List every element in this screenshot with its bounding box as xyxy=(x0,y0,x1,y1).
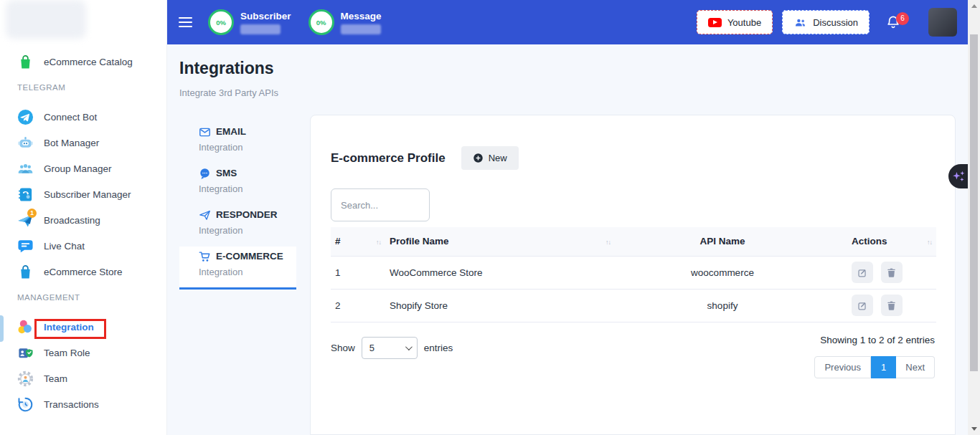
col-header-profile-name: Profile Name↑↓ xyxy=(385,227,615,256)
sort-icon[interactable]: ↑↓ xyxy=(606,239,611,246)
tab-sms-integration[interactable]: SMS Integration xyxy=(179,163,296,199)
chat-bubble-icon xyxy=(17,238,34,254)
edit-icon xyxy=(857,267,868,278)
scrollbar[interactable] xyxy=(968,0,980,435)
sidebar-item-bot-manager[interactable]: Bot Manager xyxy=(0,130,166,156)
hamburger-menu-icon[interactable] xyxy=(179,17,192,27)
tab-responder-integration[interactable]: RESPONDER Integration xyxy=(179,205,296,241)
sidebar-section-management: MANAGEMENT xyxy=(0,285,166,310)
avatar[interactable] xyxy=(928,8,957,37)
scrollbar-thumb[interactable] xyxy=(970,34,978,371)
subscriber-stat-label: Subscriber xyxy=(240,11,291,21)
sidebar-item-label: Connect Bot xyxy=(44,112,97,123)
sidebar-item-ecommerce-catalog[interactable]: eCommerce Catalog xyxy=(0,49,166,75)
sidebar-item-integration[interactable]: Integration xyxy=(0,314,166,340)
scroll-down-arrow-icon[interactable] xyxy=(971,427,977,431)
search-input[interactable] xyxy=(331,188,430,221)
sidebar: eCommerce Catalog TELEGRAM Connect Bot B… xyxy=(0,0,167,435)
message-progress-ring: 0% xyxy=(308,9,334,35)
entries-summary: Showing 1 to 2 of 2 entries xyxy=(820,335,935,345)
sidebar-item-live-chat[interactable]: Live Chat xyxy=(0,233,166,259)
sidebar-item-label: Broadcasting xyxy=(44,215,100,226)
sidebar-item-ecommerce-store[interactable]: eCommerce Store xyxy=(0,259,166,285)
sidebar-item-label: eCommerce Catalog xyxy=(44,57,133,67)
integration-submenu: EMAIL Integration SMS Integration RESPON… xyxy=(179,122,296,295)
profiles-table: #↑↓ Profile Name↑↓ API Name Actions↑↓ 1 … xyxy=(331,227,936,322)
app-logo xyxy=(6,0,86,39)
edit-button[interactable] xyxy=(852,295,873,316)
ecommerce-profile-card: E-commerce Profile New #↑↓ Profile Name↑… xyxy=(310,115,956,435)
topbar: 0% Subscriber 0% Message Youtube Discuss… xyxy=(167,0,968,44)
sort-icon[interactable]: ↑↓ xyxy=(927,239,932,246)
chevron-down-icon xyxy=(405,343,413,350)
send-plane-icon xyxy=(199,209,211,221)
discussion-button-label: Discussion xyxy=(813,17,858,28)
history-clock-icon xyxy=(17,396,34,413)
subscriber-stat: 0% Subscriber xyxy=(208,9,291,35)
sidebar-item-team-role[interactable]: Team Role xyxy=(0,340,166,365)
row-profile-name: Shopify Store xyxy=(385,289,615,322)
row-api-name: shopify xyxy=(615,289,830,322)
tab-title-text: EMAIL xyxy=(216,125,246,139)
subscriber-progress-ring: 0% xyxy=(208,9,234,35)
sidebar-item-label: Group Manager xyxy=(44,163,112,174)
delete-button[interactable] xyxy=(881,295,903,316)
tab-title-text: E-COMMERCE xyxy=(216,249,283,264)
color-circles-icon xyxy=(17,319,34,335)
page-size-select[interactable]: 5 xyxy=(362,337,418,359)
tab-email-integration[interactable]: EMAIL Integration xyxy=(179,122,296,158)
trash-icon xyxy=(886,267,897,278)
sidebar-section-telegram: TELEGRAM xyxy=(0,75,166,100)
new-button[interactable]: New xyxy=(461,146,519,170)
message-stat-label: Message xyxy=(341,11,382,21)
pagination-page-1[interactable]: 1 xyxy=(871,356,896,378)
row-num: 1 xyxy=(331,256,385,289)
pagination-next[interactable]: Next xyxy=(896,356,935,378)
cart-icon xyxy=(199,251,211,263)
sidebar-item-team[interactable]: Team xyxy=(0,365,166,391)
discussion-button[interactable]: Discussion xyxy=(782,10,870,34)
sidebar-item-label: Transactions xyxy=(44,399,99,410)
tab-subtitle-text: Integration xyxy=(199,265,296,279)
envelope-icon xyxy=(199,126,211,138)
youtube-icon xyxy=(708,18,722,27)
col-header-api-name: API Name xyxy=(615,227,830,256)
message-stat: 0% Message xyxy=(308,9,382,35)
main-content: Integrations Integrate 3rd Party APIs EM… xyxy=(167,44,968,435)
sms-bubble-icon xyxy=(199,168,211,180)
telegram-icon xyxy=(17,109,34,125)
row-profile-name: WooCommerce Store xyxy=(385,256,615,289)
sidebar-active-indicator xyxy=(0,315,4,342)
table-header-row: #↑↓ Profile Name↑↓ API Name Actions↑↓ xyxy=(331,227,936,256)
page-subtitle: Integrate 3rd Party APIs xyxy=(179,87,278,98)
paper-plane-icon: 1 xyxy=(17,212,34,229)
entries-label: entries xyxy=(424,343,453,353)
sort-icon[interactable]: ↑↓ xyxy=(376,239,381,246)
youtube-button[interactable]: Youtube xyxy=(697,10,773,34)
tab-subtitle-text: Integration xyxy=(199,182,296,196)
sidebar-item-broadcasting[interactable]: 1 Broadcasting xyxy=(0,207,166,233)
gear-person-icon xyxy=(17,371,34,387)
notification-count-badge: 6 xyxy=(896,12,909,25)
page-size-value: 5 xyxy=(369,343,374,353)
sidebar-item-label: Integration xyxy=(44,322,94,333)
youtube-button-label: Youtube xyxy=(727,17,761,28)
trash-icon xyxy=(886,300,897,311)
sidebar-item-subscriber-manager[interactable]: Subscriber Manager xyxy=(0,181,166,207)
edit-button[interactable] xyxy=(852,262,873,283)
sidebar-item-transactions[interactable]: Transactions xyxy=(0,391,166,417)
sidebar-item-connect-bot[interactable]: Connect Bot xyxy=(0,104,166,130)
robot-icon xyxy=(17,135,34,151)
scroll-up-arrow-icon[interactable] xyxy=(971,4,977,8)
sidebar-item-group-manager[interactable]: Group Manager xyxy=(0,156,166,181)
assistant-fab[interactable] xyxy=(948,164,968,188)
tab-ecommerce-integration[interactable]: E-COMMERCE Integration xyxy=(179,247,296,290)
col-header-actions: Actions↑↓ xyxy=(830,227,936,256)
col-header-num: #↑↓ xyxy=(331,227,385,256)
pagination-previous[interactable]: Previous xyxy=(814,356,871,378)
discussion-people-icon xyxy=(793,16,807,29)
sidebar-item-label: Live Chat xyxy=(44,241,85,252)
notifications-button[interactable]: 6 xyxy=(885,14,901,30)
delete-button[interactable] xyxy=(881,262,903,283)
row-num: 2 xyxy=(331,289,385,322)
